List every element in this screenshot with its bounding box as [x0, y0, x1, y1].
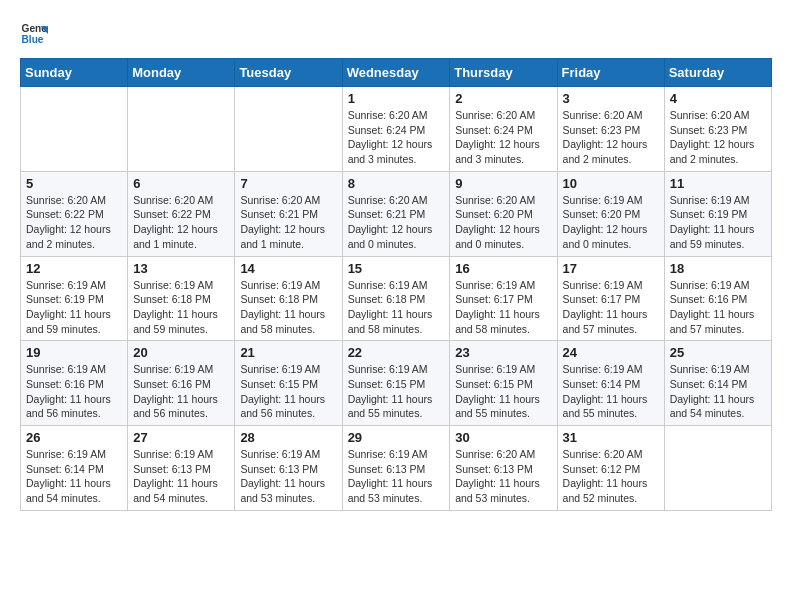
day-number: 6	[133, 176, 229, 191]
day-number: 19	[26, 345, 122, 360]
day-header-sunday: Sunday	[21, 59, 128, 87]
day-info: Sunrise: 6:19 AM Sunset: 6:18 PM Dayligh…	[240, 278, 336, 337]
day-number: 15	[348, 261, 445, 276]
calendar-week-row: 19Sunrise: 6:19 AM Sunset: 6:16 PM Dayli…	[21, 341, 772, 426]
day-info: Sunrise: 6:20 AM Sunset: 6:21 PM Dayligh…	[348, 193, 445, 252]
day-number: 28	[240, 430, 336, 445]
day-info: Sunrise: 6:19 AM Sunset: 6:17 PM Dayligh…	[563, 278, 659, 337]
calendar-cell: 3Sunrise: 6:20 AM Sunset: 6:23 PM Daylig…	[557, 87, 664, 172]
calendar-cell: 22Sunrise: 6:19 AM Sunset: 6:15 PM Dayli…	[342, 341, 450, 426]
calendar-cell: 16Sunrise: 6:19 AM Sunset: 6:17 PM Dayli…	[450, 256, 557, 341]
calendar-cell: 21Sunrise: 6:19 AM Sunset: 6:15 PM Dayli…	[235, 341, 342, 426]
day-number: 5	[26, 176, 122, 191]
day-info: Sunrise: 6:19 AM Sunset: 6:13 PM Dayligh…	[348, 447, 445, 506]
day-info: Sunrise: 6:20 AM Sunset: 6:23 PM Dayligh…	[670, 108, 766, 167]
calendar-cell: 10Sunrise: 6:19 AM Sunset: 6:20 PM Dayli…	[557, 171, 664, 256]
day-number: 27	[133, 430, 229, 445]
calendar-cell: 9Sunrise: 6:20 AM Sunset: 6:20 PM Daylig…	[450, 171, 557, 256]
day-number: 17	[563, 261, 659, 276]
calendar-header-row: SundayMondayTuesdayWednesdayThursdayFrid…	[21, 59, 772, 87]
calendar-cell: 28Sunrise: 6:19 AM Sunset: 6:13 PM Dayli…	[235, 426, 342, 511]
calendar-cell: 11Sunrise: 6:19 AM Sunset: 6:19 PM Dayli…	[664, 171, 771, 256]
day-info: Sunrise: 6:19 AM Sunset: 6:14 PM Dayligh…	[563, 362, 659, 421]
day-info: Sunrise: 6:19 AM Sunset: 6:13 PM Dayligh…	[133, 447, 229, 506]
calendar-cell: 19Sunrise: 6:19 AM Sunset: 6:16 PM Dayli…	[21, 341, 128, 426]
day-number: 26	[26, 430, 122, 445]
day-info: Sunrise: 6:19 AM Sunset: 6:18 PM Dayligh…	[133, 278, 229, 337]
day-info: Sunrise: 6:19 AM Sunset: 6:16 PM Dayligh…	[26, 362, 122, 421]
calendar-cell: 4Sunrise: 6:20 AM Sunset: 6:23 PM Daylig…	[664, 87, 771, 172]
calendar-cell: 17Sunrise: 6:19 AM Sunset: 6:17 PM Dayli…	[557, 256, 664, 341]
day-info: Sunrise: 6:19 AM Sunset: 6:16 PM Dayligh…	[670, 278, 766, 337]
day-info: Sunrise: 6:19 AM Sunset: 6:18 PM Dayligh…	[348, 278, 445, 337]
day-number: 11	[670, 176, 766, 191]
calendar-cell: 23Sunrise: 6:19 AM Sunset: 6:15 PM Dayli…	[450, 341, 557, 426]
calendar-cell	[21, 87, 128, 172]
day-info: Sunrise: 6:19 AM Sunset: 6:15 PM Dayligh…	[240, 362, 336, 421]
calendar-cell: 6Sunrise: 6:20 AM Sunset: 6:22 PM Daylig…	[128, 171, 235, 256]
day-number: 24	[563, 345, 659, 360]
day-info: Sunrise: 6:19 AM Sunset: 6:19 PM Dayligh…	[670, 193, 766, 252]
day-info: Sunrise: 6:20 AM Sunset: 6:13 PM Dayligh…	[455, 447, 551, 506]
day-info: Sunrise: 6:19 AM Sunset: 6:15 PM Dayligh…	[348, 362, 445, 421]
calendar-cell: 15Sunrise: 6:19 AM Sunset: 6:18 PM Dayli…	[342, 256, 450, 341]
day-info: Sunrise: 6:20 AM Sunset: 6:22 PM Dayligh…	[133, 193, 229, 252]
day-header-thursday: Thursday	[450, 59, 557, 87]
day-info: Sunrise: 6:20 AM Sunset: 6:22 PM Dayligh…	[26, 193, 122, 252]
day-info: Sunrise: 6:20 AM Sunset: 6:20 PM Dayligh…	[455, 193, 551, 252]
calendar-cell	[235, 87, 342, 172]
day-info: Sunrise: 6:19 AM Sunset: 6:14 PM Dayligh…	[670, 362, 766, 421]
day-info: Sunrise: 6:20 AM Sunset: 6:12 PM Dayligh…	[563, 447, 659, 506]
calendar-cell: 30Sunrise: 6:20 AM Sunset: 6:13 PM Dayli…	[450, 426, 557, 511]
calendar-cell: 14Sunrise: 6:19 AM Sunset: 6:18 PM Dayli…	[235, 256, 342, 341]
day-info: Sunrise: 6:19 AM Sunset: 6:19 PM Dayligh…	[26, 278, 122, 337]
calendar-cell: 18Sunrise: 6:19 AM Sunset: 6:16 PM Dayli…	[664, 256, 771, 341]
day-number: 3	[563, 91, 659, 106]
day-header-saturday: Saturday	[664, 59, 771, 87]
calendar-cell	[664, 426, 771, 511]
day-number: 29	[348, 430, 445, 445]
calendar-cell: 26Sunrise: 6:19 AM Sunset: 6:14 PM Dayli…	[21, 426, 128, 511]
calendar-week-row: 5Sunrise: 6:20 AM Sunset: 6:22 PM Daylig…	[21, 171, 772, 256]
header: General Blue	[20, 20, 772, 48]
day-number: 8	[348, 176, 445, 191]
calendar-cell: 27Sunrise: 6:19 AM Sunset: 6:13 PM Dayli…	[128, 426, 235, 511]
day-header-wednesday: Wednesday	[342, 59, 450, 87]
day-number: 14	[240, 261, 336, 276]
calendar-cell: 5Sunrise: 6:20 AM Sunset: 6:22 PM Daylig…	[21, 171, 128, 256]
day-number: 16	[455, 261, 551, 276]
svg-text:Blue: Blue	[22, 34, 44, 45]
calendar-week-row: 12Sunrise: 6:19 AM Sunset: 6:19 PM Dayli…	[21, 256, 772, 341]
day-number: 10	[563, 176, 659, 191]
calendar-cell	[128, 87, 235, 172]
day-number: 23	[455, 345, 551, 360]
calendar-cell: 8Sunrise: 6:20 AM Sunset: 6:21 PM Daylig…	[342, 171, 450, 256]
calendar-cell: 13Sunrise: 6:19 AM Sunset: 6:18 PM Dayli…	[128, 256, 235, 341]
day-header-tuesday: Tuesday	[235, 59, 342, 87]
day-info: Sunrise: 6:20 AM Sunset: 6:24 PM Dayligh…	[348, 108, 445, 167]
calendar-cell: 12Sunrise: 6:19 AM Sunset: 6:19 PM Dayli…	[21, 256, 128, 341]
calendar-cell: 25Sunrise: 6:19 AM Sunset: 6:14 PM Dayli…	[664, 341, 771, 426]
calendar-week-row: 1Sunrise: 6:20 AM Sunset: 6:24 PM Daylig…	[21, 87, 772, 172]
calendar-cell: 31Sunrise: 6:20 AM Sunset: 6:12 PM Dayli…	[557, 426, 664, 511]
logo: General Blue	[20, 20, 52, 48]
day-number: 31	[563, 430, 659, 445]
day-number: 20	[133, 345, 229, 360]
day-number: 21	[240, 345, 336, 360]
day-info: Sunrise: 6:19 AM Sunset: 6:15 PM Dayligh…	[455, 362, 551, 421]
day-number: 30	[455, 430, 551, 445]
day-number: 12	[26, 261, 122, 276]
calendar-cell: 1Sunrise: 6:20 AM Sunset: 6:24 PM Daylig…	[342, 87, 450, 172]
calendar-cell: 29Sunrise: 6:19 AM Sunset: 6:13 PM Dayli…	[342, 426, 450, 511]
day-number: 9	[455, 176, 551, 191]
day-number: 22	[348, 345, 445, 360]
day-info: Sunrise: 6:20 AM Sunset: 6:21 PM Dayligh…	[240, 193, 336, 252]
day-number: 7	[240, 176, 336, 191]
day-number: 2	[455, 91, 551, 106]
calendar: SundayMondayTuesdayWednesdayThursdayFrid…	[20, 58, 772, 511]
day-number: 1	[348, 91, 445, 106]
calendar-cell: 2Sunrise: 6:20 AM Sunset: 6:24 PM Daylig…	[450, 87, 557, 172]
day-number: 18	[670, 261, 766, 276]
calendar-week-row: 26Sunrise: 6:19 AM Sunset: 6:14 PM Dayli…	[21, 426, 772, 511]
day-info: Sunrise: 6:20 AM Sunset: 6:23 PM Dayligh…	[563, 108, 659, 167]
